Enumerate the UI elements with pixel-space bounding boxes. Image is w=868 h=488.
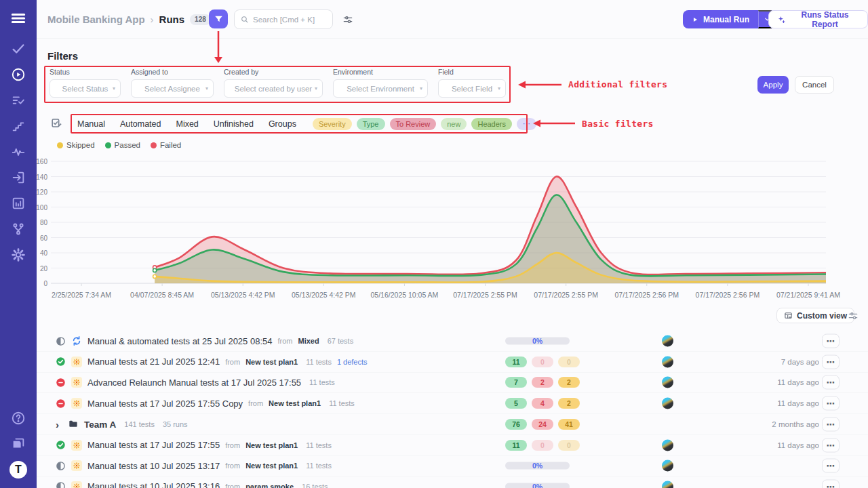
run-row[interactable]: Manual tests at 10 Jul 2025 13:16frompar… <box>37 476 868 488</box>
x-tick: 2/25/2025 7:34 AM <box>37 291 125 299</box>
run-title[interactable]: Manual tests at 17 Jul 2025 17:55 Copy <box>87 399 243 409</box>
gear-icon[interactable] <box>11 247 26 262</box>
bulk-edit-icon[interactable] <box>50 117 63 129</box>
plan-name[interactable]: param smoke <box>245 483 294 488</box>
tab-groups[interactable]: Groups <box>269 119 296 129</box>
burst-icon <box>71 460 82 471</box>
run-title[interactable]: Manual tests at 10 Jul 2025 13:16 <box>87 481 220 488</box>
tab-manual[interactable]: Manual <box>77 119 105 129</box>
plan-name[interactable]: New test plan1 <box>245 441 298 449</box>
run-row[interactable]: Manual tests at 10 Jul 2025 13:17fromNew… <box>37 455 868 476</box>
list-check-icon[interactable] <box>11 93 26 108</box>
manual-run-button[interactable]: Manual Run <box>683 10 758 28</box>
group-title[interactable]: Team A <box>84 419 116 429</box>
run-row[interactable]: Manual & automated tests at 25 Jul 2025 … <box>37 331 868 352</box>
expand-chevron-icon[interactable]: › <box>56 418 62 430</box>
search-settings-icon[interactable] <box>342 14 353 25</box>
avatar[interactable] <box>662 377 673 388</box>
search-box <box>234 9 333 29</box>
progress-percent: 0% <box>505 337 570 346</box>
row-menu-button[interactable]: ⋯ <box>822 438 840 452</box>
row-menu-button[interactable]: ⋯ <box>822 354 840 369</box>
legend-skipped[interactable]: Skipped <box>57 141 95 149</box>
filter-toggle-button[interactable] <box>209 9 228 28</box>
tag-new[interactable]: new <box>441 118 467 130</box>
search-input[interactable] <box>253 16 327 24</box>
cancel-button[interactable]: Cancel <box>795 76 834 94</box>
custom-view-button[interactable]: Custom view <box>776 308 854 323</box>
row-menu-button[interactable]: ⋯ <box>822 396 840 411</box>
group-row[interactable]: ›Team A141 tests35 runs7624412 months ag… <box>37 414 868 435</box>
run-title[interactable]: Advanced Relaunch Manual tests at 17 Jul… <box>87 378 301 388</box>
breadcrumb-separator: › <box>151 14 154 25</box>
app-logo[interactable]: T <box>9 461 27 479</box>
avatar[interactable] <box>662 336 673 347</box>
result-badges: 542 <box>505 398 580 409</box>
avatar[interactable] <box>662 356 673 367</box>
defects-link[interactable]: 1 defects <box>337 358 368 366</box>
avatar[interactable] <box>662 439 673 451</box>
apply-button[interactable]: Apply <box>757 76 789 94</box>
tab-unfinished[interactable]: Unfinished <box>214 119 254 129</box>
row-menu-button[interactable]: ⋯ <box>822 375 840 390</box>
play-circle-icon[interactable] <box>11 67 26 82</box>
filter-select-created-by[interactable]: Select created by user▾ <box>224 79 323 98</box>
passed-count-badge: 7 <box>505 377 527 388</box>
tag-severity[interactable]: Severity <box>313 118 352 130</box>
tab-mixed[interactable]: Mixed <box>176 119 198 129</box>
legend-passed[interactable]: Passed <box>105 141 140 149</box>
plan-name[interactable]: Mixed <box>298 337 319 345</box>
branch-icon[interactable] <box>11 222 26 237</box>
legend-failed[interactable]: Failed <box>151 141 181 149</box>
steps-icon[interactable] <box>11 119 26 134</box>
runs-status-report-button[interactable]: Runs Status Report <box>768 10 868 28</box>
row-menu-button[interactable]: ⋯ <box>822 459 840 473</box>
run-row[interactable]: Manual tests at 17 Jul 2025 17:55 Copyfr… <box>37 393 868 414</box>
filter-select-field[interactable]: Select Field▾ <box>438 79 506 98</box>
tab-automated[interactable]: Automated <box>120 119 161 129</box>
tag-⋯[interactable]: ⋯ <box>517 118 536 130</box>
avatar[interactable] <box>662 398 673 409</box>
tag-type[interactable]: Type <box>357 118 385 130</box>
run-row[interactable]: Advanced Relaunch Manual tests at 17 Jul… <box>37 372 868 393</box>
check-icon[interactable] <box>11 41 26 56</box>
plan-name[interactable]: New test plan1 <box>245 358 298 366</box>
run-row[interactable]: Manual tests at 21 Jul 2025 12:41fromNew… <box>37 352 868 373</box>
row-menu-button[interactable]: ⋯ <box>822 417 840 431</box>
avatar[interactable] <box>662 481 673 488</box>
breadcrumb: Mobile Banking App › Runs 128 <box>47 0 211 39</box>
filter-select-environment[interactable]: Select Environment▾ <box>333 79 428 98</box>
plan-name[interactable]: New test plan1 <box>245 462 298 470</box>
filter-select-status[interactable]: Select Status▾ <box>50 79 121 98</box>
legend-dot <box>57 142 63 148</box>
docs-icon[interactable] <box>11 436 26 451</box>
help-icon[interactable] <box>11 411 26 426</box>
view-settings-icon[interactable] <box>848 310 859 321</box>
breadcrumb-project[interactable]: Mobile Banking App <box>47 14 145 25</box>
group-runs-count: 35 runs <box>163 420 188 428</box>
run-title[interactable]: Manual tests at 10 Jul 2025 13:17 <box>87 461 220 471</box>
import-icon[interactable] <box>11 170 26 185</box>
tag-to-review[interactable]: To Review <box>390 118 437 130</box>
run-title[interactable]: Manual tests at 17 Jul 2025 17:55 <box>87 440 220 450</box>
avatar[interactable] <box>662 460 673 472</box>
run-title[interactable]: Manual tests at 21 Jul 2025 12:41 <box>87 357 220 367</box>
run-title[interactable]: Manual & automated tests at 25 Jul 2025 … <box>87 336 272 346</box>
folder-icon <box>68 419 79 430</box>
burst-icon <box>71 357 82 367</box>
row-menu-button[interactable]: ⋯ <box>822 479 840 488</box>
bar-chart-icon[interactable] <box>11 196 26 211</box>
x-tick: 07/17/2025 2:55 PM <box>441 291 530 299</box>
progress-percent: 0% <box>505 482 570 488</box>
plan-name[interactable]: New test plan1 <box>269 399 321 407</box>
filter-select-assigned-to[interactable]: Select Assignee▾ <box>131 79 214 98</box>
status-in-progress-icon <box>56 481 66 488</box>
progress-bar: 0% <box>505 338 570 345</box>
failed-count-badge: 24 <box>532 419 553 430</box>
row-menu-button[interactable]: ⋯ <box>822 334 840 348</box>
tag-headers[interactable]: Headers <box>471 118 512 130</box>
pulse-icon[interactable] <box>11 144 26 159</box>
burst-icon <box>71 481 82 488</box>
run-row[interactable]: Manual tests at 17 Jul 2025 17:55fromNew… <box>37 435 868 456</box>
menu-icon[interactable] <box>9 9 27 27</box>
